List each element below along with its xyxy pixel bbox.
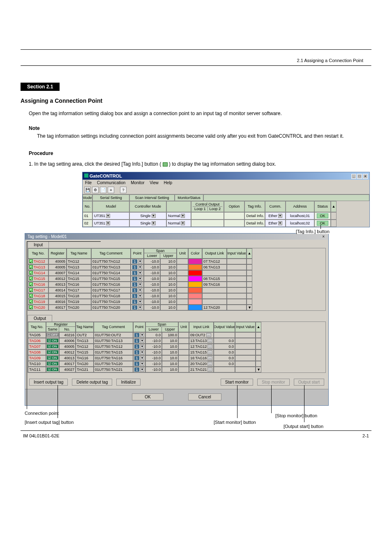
irow-tagno[interactable]: ✓TAG12: [28, 259, 48, 264]
start-monitor-button[interactable]: Start monitor: [221, 379, 253, 386]
irow-upper[interactable]: 10.0: [160, 287, 177, 293]
input-scroll[interactable]: [247, 299, 252, 305]
orow-tagcomment[interactable]: 01UT750:TAG21: [94, 367, 133, 372]
irow-tagcomment[interactable]: 01UT750:TAG14: [91, 270, 131, 276]
orow-outputvalue[interactable]: [214, 367, 235, 372]
delete-output-tag-button[interactable]: Delete output tag: [72, 379, 112, 386]
orow-regno[interactable]: 40216: [59, 332, 76, 338]
orow-lower[interactable]: -10.0: [145, 344, 162, 349]
row-address[interactable]: localhost,02: [286, 220, 314, 227]
irow-color[interactable]: [188, 305, 202, 310]
irow-point[interactable]: 1▼: [131, 299, 144, 305]
orow-inputlink[interactable]: 15:TAG15 …: [189, 349, 214, 355]
irow-tagcomment[interactable]: 01UT750:TAG20: [91, 305, 131, 310]
orow-inputlink[interactable]: 13:TAG13 …: [189, 338, 214, 344]
irow-point[interactable]: 1▼: [131, 259, 144, 264]
orow-outputvalue[interactable]: 0.0: [214, 361, 235, 367]
orow-same[interactable]: ☑ ON: [46, 338, 59, 344]
orow-tagno[interactable]: TAG10: [28, 361, 46, 367]
taginfo-button[interactable]: Detail Info.: [244, 220, 265, 227]
orow-same[interactable]: ☑ ON: [46, 355, 59, 361]
irow-point[interactable]: 1▼: [131, 305, 144, 310]
irow-outputlink[interactable]: 12:TAG20: [202, 305, 227, 310]
orow-regno[interactable]: 40012: [59, 349, 76, 355]
orow-same[interactable]: ☑ ON: [46, 361, 59, 367]
orow-upper[interactable]: 10.0: [162, 344, 178, 349]
orow-point[interactable]: 1▼: [133, 361, 145, 367]
orow-lower[interactable]: -10.0: [145, 338, 162, 344]
orow-tagname[interactable]: TAG21: [76, 367, 94, 372]
menubar[interactable]: File Communication Monitor View Help: [83, 180, 369, 186]
row-address[interactable]: localhost,01: [286, 212, 314, 220]
orow-tagcomment[interactable]: 01UT750:TAG13: [94, 338, 133, 344]
output-scroll[interactable]: [256, 332, 261, 338]
irow-outputlink[interactable]: [202, 293, 227, 299]
irow-unit[interactable]: [177, 270, 188, 276]
orow-upper[interactable]: 10.0: [162, 349, 178, 355]
irow-tagname[interactable]: TAG12: [67, 259, 91, 264]
irow-color[interactable]: [188, 264, 202, 270]
irow-upper[interactable]: 10.0: [160, 282, 177, 287]
orow-unit[interactable]: [178, 367, 189, 372]
irow-lower[interactable]: -10.0: [144, 259, 160, 264]
orow-tagno[interactable]: TAG11: [28, 367, 46, 372]
irow-point[interactable]: 1▼: [131, 293, 144, 299]
irow-tagname[interactable]: TAG16: [67, 282, 91, 287]
orow-unit[interactable]: [178, 349, 189, 355]
orow-point[interactable]: 1▼: [133, 344, 145, 349]
row-model[interactable]: UT351▼: [92, 220, 129, 227]
irow-tagno[interactable]: ✓TAG20: [28, 305, 48, 310]
irow-color[interactable]: [188, 259, 202, 264]
irow-tagno[interactable]: ✓TAG15: [28, 276, 48, 282]
cancel-button[interactable]: Cancel: [188, 393, 221, 400]
irow-tagno[interactable]: ✓TAG17: [28, 287, 48, 293]
irow-lower[interactable]: -10.0: [144, 299, 160, 305]
row-monitorstatus[interactable]: Normal▼: [166, 212, 191, 220]
output-scroll[interactable]: [256, 361, 261, 367]
orow-point[interactable]: 1▼: [133, 367, 145, 372]
orow-lower[interactable]: -10.0: [145, 349, 162, 355]
orow-upper[interactable]: 10.0: [162, 361, 178, 367]
orow-inputlink[interactable]: 09:OUT2 …: [189, 332, 214, 338]
irow-lower[interactable]: -10.0: [144, 264, 160, 270]
irow-register[interactable]: 40015: [48, 293, 67, 299]
orow-tagno[interactable]: TAG07: [28, 344, 46, 349]
irow-color[interactable]: [188, 282, 202, 287]
scrollbar[interactable]: [331, 212, 337, 220]
output-scroll[interactable]: [256, 349, 261, 355]
orow-tagcomment[interactable]: 01UT750:TAG12: [94, 344, 133, 349]
irow-point[interactable]: 1▼: [131, 282, 144, 287]
irow-tagname[interactable]: TAG19: [67, 299, 91, 305]
orow-lower[interactable]: 0.0: [145, 332, 162, 338]
toolbar-doc-icon[interactable]: 📄: [100, 187, 106, 193]
orow-inputlink[interactable]: 12:TAG12 …: [189, 344, 214, 349]
orow-tagname[interactable]: TAG15: [76, 349, 94, 355]
row-monitorstatus[interactable]: Normal▼: [166, 220, 191, 227]
dialog-close-icon[interactable]: ×: [321, 234, 326, 239]
irow-unit[interactable]: [177, 299, 188, 305]
orow-tagname[interactable]: TAG16: [76, 355, 94, 361]
orow-tagcomment[interactable]: 01UT750:TAG16: [94, 355, 133, 361]
same-toggle[interactable]: ☑ ON: [47, 362, 58, 365]
irow-tagcomment[interactable]: 01UT750:TAG18: [91, 293, 131, 299]
irow-tagname[interactable]: TAG17: [67, 287, 91, 293]
irow-outputlink[interactable]: 06:TAG13: [202, 264, 227, 270]
row-model[interactable]: UT351▼: [92, 212, 129, 220]
orow-point[interactable]: 1▼: [133, 355, 145, 361]
tab-output[interactable]: Output: [28, 315, 52, 321]
irow-tagname[interactable]: TAG18: [67, 293, 91, 299]
orow-same[interactable]: ☑ ON: [46, 344, 59, 349]
orow-outputvalue[interactable]: 0.0: [214, 338, 235, 344]
output-scroll[interactable]: [256, 344, 261, 349]
orow-inputlink[interactable]: 20:TAG20 …: [189, 361, 214, 367]
irow-upper[interactable]: 10.0: [160, 293, 177, 299]
same-toggle[interactable]: ☑ ON: [47, 350, 58, 354]
irow-lower[interactable]: -10.0: [144, 270, 160, 276]
irow-color[interactable]: [188, 299, 202, 305]
irow-upper[interactable]: 10.0: [160, 259, 177, 264]
same-toggle[interactable]: ☑ ON: [47, 356, 58, 360]
orow-tagcomment[interactable]: 01UT750:OUT2: [94, 332, 133, 338]
irow-tagname[interactable]: TAG15: [67, 276, 91, 282]
initialize-button[interactable]: Initialize: [116, 379, 140, 386]
irow-lower[interactable]: -10.0: [144, 287, 160, 293]
